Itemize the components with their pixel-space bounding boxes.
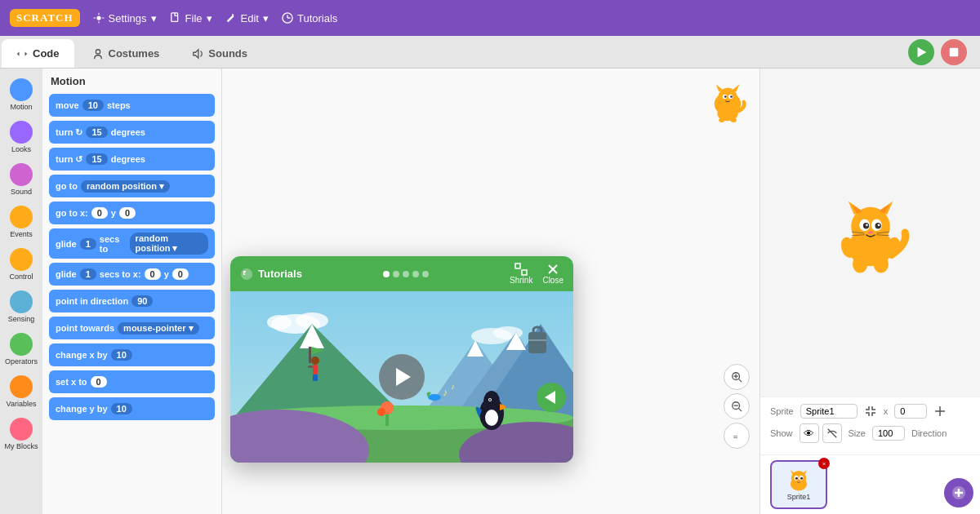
- sprite-thumb-label: Sprite1: [787, 493, 811, 501]
- sensing-dot: [10, 290, 33, 313]
- size-input[interactable]: [872, 426, 905, 441]
- nav-file[interactable]: File ▾: [170, 12, 212, 24]
- sidebar-item-control[interactable]: Control: [2, 245, 41, 284]
- svg-rect-45: [308, 366, 313, 368]
- sidebar-item-myblocks[interactable]: My Blocks: [2, 414, 41, 454]
- svg-rect-47: [315, 374, 318, 381]
- dot-5[interactable]: [422, 271, 429, 277]
- code-area[interactable]: Tutorials Shrink Close: [222, 69, 760, 514]
- block-changex[interactable]: change x by 10: [49, 343, 215, 366]
- dot-3[interactable]: [403, 271, 409, 277]
- control-label: Control: [9, 273, 33, 281]
- tab-sounds[interactable]: Sounds: [177, 39, 262, 68]
- close-tutorial-button[interactable]: Close: [542, 263, 564, 285]
- zoom-out-button[interactable]: [724, 393, 750, 419]
- shrink-button[interactable]: Shrink: [510, 263, 532, 285]
- x-label: x: [884, 406, 889, 416]
- add-sprite-button[interactable]: [944, 478, 973, 507]
- nav-tutorials[interactable]: Tutorials: [282, 12, 337, 24]
- operators-label: Operators: [5, 357, 38, 366]
- control-dot: [10, 248, 33, 271]
- zoom-reset-button[interactable]: =: [724, 423, 750, 449]
- block-glide1[interactable]: glide 1 secs to random position ▾: [49, 228, 215, 259]
- svg-point-58: [377, 408, 385, 416]
- block-changey[interactable]: change y by 10: [49, 397, 215, 420]
- block-goto[interactable]: go to random position ▾: [49, 175, 215, 197]
- block-setx[interactable]: set x to 0: [49, 370, 215, 393]
- svg-point-102: [798, 481, 800, 482]
- nav-edit[interactable]: Edit ▾: [225, 12, 269, 24]
- block-towards[interactable]: point towards mouse-pointer ▾: [49, 317, 215, 339]
- svg-marker-6: [918, 47, 927, 57]
- block-gotoxy[interactable]: go to x: 0 y 0: [49, 202, 215, 224]
- stage-area: [760, 69, 980, 397]
- svg-rect-44: [313, 365, 318, 374]
- tutorial-video[interactable]: ♪ ♪: [230, 291, 573, 463]
- looks-dot: [10, 121, 33, 144]
- right-panel: Sprite x Show 👁 Size Direction: [760, 69, 980, 514]
- tutorial-popup: Tutorials Shrink Close: [230, 256, 573, 463]
- svg-line-69: [739, 409, 742, 412]
- tab-costumes[interactable]: Costumes: [78, 39, 175, 68]
- stop-button[interactable]: [941, 39, 967, 65]
- sidebar-item-sound[interactable]: Sound: [2, 160, 41, 199]
- block-turn-ccw[interactable]: turn ↺ 15 degrees: [49, 148, 215, 171]
- dot-2[interactable]: [393, 271, 399, 277]
- sidebar-item-operators[interactable]: Operators: [2, 330, 41, 369]
- looks-label: Looks: [11, 145, 31, 153]
- svg-rect-20: [515, 264, 520, 268]
- svg-rect-18: [731, 118, 737, 122]
- sprite-thumb-close[interactable]: ×: [818, 458, 830, 469]
- show-visible-button[interactable]: 👁: [800, 423, 819, 443]
- top-nav: SCRATCH Settings ▾ File ▾ Edit ▾ Tutoria…: [0, 0, 980, 36]
- palette-title: Motion: [49, 75, 215, 87]
- x-input[interactable]: [894, 404, 927, 419]
- sidebar-item-looks[interactable]: Looks: [2, 117, 41, 157]
- svg-point-43: [311, 357, 319, 365]
- tutorial-popup-header: Tutorials Shrink Close: [230, 256, 573, 291]
- zoom-in-button[interactable]: [724, 364, 750, 390]
- y-resize-icon: [933, 405, 947, 418]
- direction-label: Direction: [911, 428, 947, 438]
- svg-point-83: [877, 224, 880, 226]
- sensing-label: Sensing: [8, 315, 35, 323]
- svg-point-101: [800, 477, 803, 480]
- block-categories: Motion Looks Sound Events Control Sensin…: [0, 69, 42, 514]
- block-turn-cw[interactable]: turn ↻ 15 degrees: [49, 121, 215, 144]
- size-label: Size: [849, 428, 866, 438]
- svg-point-82: [866, 224, 868, 226]
- block-move[interactable]: move 10 steps: [49, 94, 215, 117]
- svg-line-65: [739, 379, 742, 383]
- sidebar-item-events[interactable]: Events: [2, 202, 41, 241]
- svg-rect-41: [309, 347, 311, 363]
- scratch-logo: SCRATCH: [10, 9, 80, 27]
- tutorial-title: Tutorials: [258, 268, 302, 280]
- main-layout: Motion Looks Sound Events Control Sensin…: [0, 69, 980, 514]
- svg-point-100: [795, 477, 798, 480]
- tab-code[interactable]: Code: [2, 39, 74, 68]
- svg-text:♪: ♪: [443, 387, 448, 398]
- nav-settings[interactable]: Settings ▾: [93, 12, 157, 24]
- events-label: Events: [10, 230, 33, 238]
- show-hidden-button[interactable]: [822, 423, 842, 443]
- events-dot: [10, 206, 33, 228]
- block-glide2[interactable]: glide 1 secs to x: 0 y 0: [49, 263, 215, 286]
- video-play-button[interactable]: [379, 354, 425, 400]
- svg-point-89: [853, 255, 867, 273]
- tutorial-actions: Shrink Close: [510, 263, 564, 285]
- sidebar-item-motion[interactable]: Motion: [2, 75, 41, 114]
- sidebar-item-sensing[interactable]: Sensing: [2, 287, 41, 326]
- green-flag-button[interactable]: [908, 39, 934, 65]
- dot-1[interactable]: [383, 271, 390, 277]
- sidebar-item-variables[interactable]: Variables: [2, 372, 41, 411]
- svg-point-49: [483, 391, 500, 412]
- svg-point-5: [96, 49, 100, 53]
- svg-rect-61: [528, 332, 546, 353]
- tutorial-dots: [383, 271, 429, 277]
- dot-4[interactable]: [412, 271, 419, 277]
- sprite-thumb-sprite1[interactable]: × Sprite1: [770, 460, 827, 509]
- svg-point-90: [873, 255, 888, 273]
- stage-cat: [826, 188, 915, 277]
- block-direction[interactable]: point in direction 90: [49, 290, 215, 312]
- sprite-name-input[interactable]: [800, 404, 858, 419]
